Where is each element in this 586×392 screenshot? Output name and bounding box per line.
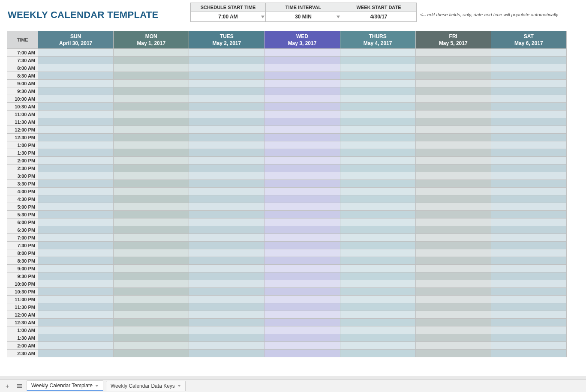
calendar-cell[interactable] (491, 234, 566, 242)
calendar-cell[interactable] (264, 157, 340, 165)
calendar-cell[interactable] (264, 87, 340, 95)
calendar-cell[interactable] (264, 118, 340, 126)
calendar-cell[interactable] (340, 334, 415, 342)
chevron-down-icon[interactable] (95, 385, 99, 387)
calendar-cell[interactable] (38, 311, 114, 319)
calendar-cell[interactable] (114, 80, 189, 87)
calendar-cell[interactable] (114, 111, 189, 118)
calendar-cell[interactable] (491, 72, 566, 80)
calendar-cell[interactable] (264, 265, 340, 272)
calendar-cell[interactable] (264, 95, 340, 103)
calendar-cell[interactable] (415, 126, 491, 134)
calendar-cell[interactable] (38, 350, 114, 357)
calendar-cell[interactable] (491, 95, 566, 103)
calendar-cell[interactable] (491, 226, 566, 234)
calendar-cell[interactable] (491, 49, 566, 57)
calendar-cell[interactable] (415, 149, 491, 157)
calendar-cell[interactable] (415, 242, 491, 249)
calendar-cell[interactable] (189, 149, 264, 157)
calendar-cell[interactable] (38, 342, 114, 350)
calendar-cell[interactable] (491, 311, 566, 319)
scrollbar-track[interactable] (0, 376, 586, 379)
calendar-cell[interactable] (114, 296, 189, 303)
calendar-cell[interactable] (340, 141, 415, 149)
calendar-cell[interactable] (491, 342, 566, 350)
calendar-cell[interactable] (38, 165, 114, 172)
calendar-cell[interactable] (340, 288, 415, 296)
calendar-cell[interactable] (415, 296, 491, 303)
calendar-cell[interactable] (189, 157, 264, 165)
calendar-cell[interactable] (415, 319, 491, 326)
calendar-cell[interactable] (491, 319, 566, 326)
calendar-cell[interactable] (38, 249, 114, 257)
calendar-cell[interactable] (340, 272, 415, 280)
calendar-cell[interactable] (340, 64, 415, 72)
calendar-cell[interactable] (340, 203, 415, 211)
calendar-cell[interactable] (264, 319, 340, 326)
calendar-cell[interactable] (114, 326, 189, 334)
calendar-cell[interactable] (264, 103, 340, 111)
calendar-cell[interactable] (38, 234, 114, 242)
calendar-cell[interactable] (38, 326, 114, 334)
calendar-cell[interactable] (491, 126, 566, 134)
calendar-cell[interactable] (491, 57, 566, 64)
calendar-cell[interactable] (114, 95, 189, 103)
calendar-cell[interactable] (340, 126, 415, 134)
calendar-cell[interactable] (491, 64, 566, 72)
calendar-cell[interactable] (189, 350, 264, 357)
calendar-cell[interactable] (340, 226, 415, 234)
calendar-cell[interactable] (38, 203, 114, 211)
calendar-cell[interactable] (114, 134, 189, 141)
calendar-cell[interactable] (189, 141, 264, 149)
calendar-cell[interactable] (415, 218, 491, 226)
calendar-cell[interactable] (340, 265, 415, 272)
calendar-cell[interactable] (264, 249, 340, 257)
calendar-cell[interactable] (189, 111, 264, 118)
calendar-cell[interactable] (415, 342, 491, 350)
calendar-cell[interactable] (415, 80, 491, 87)
all-sheets-button[interactable] (15, 382, 24, 390)
calendar-cell[interactable] (189, 64, 264, 72)
calendar-cell[interactable] (38, 242, 114, 249)
calendar-cell[interactable] (38, 134, 114, 141)
calendar-cell[interactable] (189, 218, 264, 226)
calendar-cell[interactable] (114, 87, 189, 95)
calendar-cell[interactable] (38, 188, 114, 195)
config-value-interval[interactable]: 30 MIN (266, 12, 341, 21)
calendar-cell[interactable] (189, 303, 264, 311)
calendar-cell[interactable] (340, 49, 415, 57)
calendar-cell[interactable] (264, 288, 340, 296)
calendar-cell[interactable] (340, 95, 415, 103)
calendar-cell[interactable] (264, 242, 340, 249)
calendar-cell[interactable] (114, 157, 189, 165)
calendar-cell[interactable] (114, 57, 189, 64)
calendar-cell[interactable] (264, 180, 340, 188)
calendar-cell[interactable] (189, 195, 264, 203)
calendar-cell[interactable] (340, 303, 415, 311)
calendar-cell[interactable] (340, 296, 415, 303)
config-value-start-time[interactable]: 7:00 AM (191, 12, 265, 21)
calendar-cell[interactable] (114, 288, 189, 296)
calendar-cell[interactable] (340, 211, 415, 218)
calendar-cell[interactable] (264, 126, 340, 134)
calendar-cell[interactable] (415, 326, 491, 334)
calendar-cell[interactable] (38, 80, 114, 87)
calendar-cell[interactable] (415, 203, 491, 211)
calendar-cell[interactable] (340, 103, 415, 111)
calendar-cell[interactable] (189, 326, 264, 334)
calendar-cell[interactable] (491, 87, 566, 95)
calendar-cell[interactable] (38, 272, 114, 280)
calendar-cell[interactable] (264, 188, 340, 195)
calendar-cell[interactable] (491, 165, 566, 172)
calendar-cell[interactable] (264, 272, 340, 280)
calendar-cell[interactable] (38, 149, 114, 157)
calendar-cell[interactable] (415, 272, 491, 280)
calendar-cell[interactable] (38, 49, 114, 57)
calendar-cell[interactable] (264, 226, 340, 234)
calendar-cell[interactable] (415, 72, 491, 80)
calendar-cell[interactable] (264, 234, 340, 242)
calendar-cell[interactable] (491, 303, 566, 311)
calendar-cell[interactable] (491, 80, 566, 87)
calendar-cell[interactable] (189, 203, 264, 211)
calendar-cell[interactable] (264, 111, 340, 118)
